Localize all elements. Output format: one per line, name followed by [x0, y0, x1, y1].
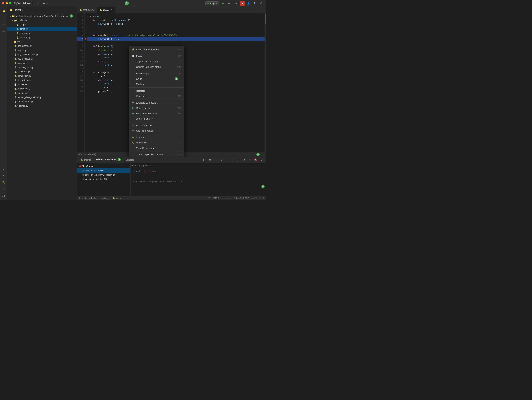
tree-test-car1-py[interactable]: 🐍 test_car1.py [7, 35, 77, 40]
tab-car[interactable]: 🐍 car.py ✕ [97, 7, 115, 13]
tree-async-bp[interactable]: 🐍 async_breakpoints.py [7, 52, 77, 57]
menu-run-to-cursor[interactable]: ▶ Run to Cursor ⌥F9 [129, 105, 184, 111]
run-icon-left[interactable]: ▶ [1, 172, 6, 178]
settings-icon[interactable]: ⚙ [259, 1, 264, 6]
minimize-button[interactable] [6, 2, 8, 5]
run-to-cursor-btn[interactable]: → [230, 157, 235, 162]
rerun-button[interactable]: ⟳ [227, 1, 232, 6]
stop-button[interactable]: ■ [240, 1, 245, 6]
async-bp-label: async_breakpoints.py [18, 53, 38, 56]
tree-classes-hints[interactable]: 🐍 classes_hints.py [7, 65, 77, 69]
menu-run-car[interactable]: ▶ Run 'car' ^⇧R [129, 135, 184, 140]
structure-icon[interactable]: ☰ [1, 22, 6, 27]
step-out-button[interactable]: ↑ [225, 157, 230, 162]
tree-root-label: MySampleProject ~/PycharmProjects/MySamp… [16, 15, 69, 17]
menu-force-run-to-cursor[interactable]: ▶ Force Run to Cursor ⌥⌘F9 [129, 111, 184, 116]
maximize-button[interactable] [9, 2, 11, 5]
editor-more-button[interactable]: ⋮ [260, 9, 266, 11]
close-icon[interactable]: ✕ [185, 180, 187, 183]
menu-evaluate-expression[interactable]: 🔍 Evaluate Expression... ⌥F8 [129, 100, 184, 105]
vcs-icon[interactable]: ⊕ [1, 15, 6, 21]
close-button[interactable] [2, 2, 5, 5]
tree-extract-class[interactable]: 🐍 extract_class_method.py [7, 95, 77, 99]
tree-classes[interactable]: 🐍 classes.py [7, 61, 77, 65]
tree-async[interactable]: 🐍 async.py [7, 48, 77, 52]
copy-icon[interactable]: ⊡ [263, 197, 264, 199]
indent-status[interactable]: 4 spaces [222, 197, 230, 199]
tree-extract-super[interactable]: 🐍 extract_super.py [7, 99, 77, 104]
menu-paste[interactable]: 📋 Paste ⌘V [129, 54, 184, 59]
variable-row[interactable]: ▶ self = {Car} <c... [133, 169, 264, 173]
menu-generate[interactable]: Generate... ⌘N [129, 93, 184, 99]
terminal-icon[interactable]: ⊡ [1, 166, 6, 172]
upload-btn[interactable]: ⬆ [247, 157, 253, 162]
menu-folding[interactable]: Folding › [129, 81, 184, 87]
view-breakpoints-btn[interactable]: ⊙ [259, 157, 264, 162]
menu-goto[interactable]: Go To 4 › [129, 76, 184, 81]
user-icon[interactable]: 👤 [246, 1, 251, 6]
tree-script-py[interactable]: 🐍 script.py [7, 27, 77, 31]
menu-show-context[interactable]: ⚡ Show Context Actions ⌥↩ [129, 47, 184, 52]
step-over-button[interactable]: ↷ [213, 157, 218, 162]
lf-status[interactable]: LF [208, 197, 210, 199]
menu-more-run-debug[interactable]: More Run/Debug › [129, 145, 184, 151]
tree-car-tests[interactable]: ▼ 📁 car&tests [7, 18, 77, 22]
threads-variables-tab[interactable]: Threads & Variables 8 [94, 157, 123, 163]
breadcrumb-method[interactable]: accelerate() [85, 153, 96, 156]
frame-drive[interactable]: ◻ drive_on_autobahn, script.py:16 [77, 173, 130, 177]
debug-tab[interactable]: 🐛 Debug [78, 157, 93, 163]
tree-doctest[interactable]: 📄 doctest.rst [7, 82, 77, 87]
tree-decorators[interactable]: 🐍 decorators.py [7, 78, 77, 82]
python-status[interactable]: Python 3.11 (MySampleProject) [234, 197, 261, 199]
editor-scrollbar[interactable] [265, 13, 266, 152]
encoding-status[interactable]: UTF-8 [213, 197, 219, 199]
step-into-button[interactable]: ↓ [219, 157, 224, 162]
menu-refactor[interactable]: Refactor › [129, 88, 184, 93]
git-icon[interactable]: ⎇ [1, 193, 6, 199]
more-button[interactable]: ⋯ [233, 1, 238, 6]
frame-accelerate[interactable]: ◻ accelerate, car.py:6 [77, 168, 130, 173]
stop-debug-button[interactable]: ■ [208, 157, 212, 162]
menu-find-usages[interactable]: Find Usages ⌥F7 [129, 71, 184, 76]
tree-test-car-py[interactable]: 🐍 test_car.py [7, 31, 77, 35]
tree-evaluate[interactable]: 🐍 evaluate.py [7, 91, 77, 95]
menu-add-inline-watch[interactable]: ➕ Add Inline Watch [129, 128, 184, 133]
project-name[interactable]: MySampleProject [14, 2, 32, 5]
run-config-selector[interactable]: ⚙ script ∨ [205, 1, 219, 5]
mute-breakpoints-btn[interactable]: 🔇 [253, 157, 258, 162]
branch-name[interactable]: main [41, 2, 45, 5]
debug-icon[interactable]: 🐛 [1, 179, 6, 185]
download-btn[interactable]: ⬇ [242, 157, 247, 162]
frame-icon: ◻ [82, 169, 84, 172]
breadcrumb-item[interactable]: Car [79, 153, 82, 156]
menu-add-to-watches[interactable]: ➕ Add to Watches [129, 123, 184, 128]
tree-car-py[interactable]: 🐍 car.py [7, 22, 77, 27]
resume-button[interactable]: ▶ [202, 157, 207, 162]
tree-fstrings[interactable]: 🐍 f-strings.py [7, 104, 77, 108]
menu-column-selection[interactable]: Column Selection Mode ⇧⌘8 [129, 64, 184, 69]
tree-abc[interactable]: 🐍 abc_classes.py [7, 44, 77, 48]
tree-item-root[interactable]: ▼ 📁 MySampleProject ~/PycharmProjects/My… [7, 14, 77, 18]
tree-async-debug[interactable]: 🐍 async_debug.py [7, 57, 77, 61]
console-tab[interactable]: Console [123, 157, 136, 163]
scroll-thumb[interactable] [265, 13, 266, 24]
search-icon[interactable]: 🔍 [253, 1, 257, 6]
tree-duplicates[interactable]: 🐍 duplicates.py [7, 87, 77, 91]
more-tools-icon[interactable]: ⋯ [1, 29, 6, 34]
folder-icon: 📁 [14, 40, 17, 43]
menu-open-in-split[interactable]: Open in Split with Chooser... ⇧⌘↩ [129, 152, 184, 156]
menu-copy-paste-special[interactable]: Copy / Paste Special › [129, 59, 184, 64]
main-thread[interactable]: MainThread ∨ [77, 164, 130, 168]
smart-step-into-btn[interactable]: ⤵ [236, 157, 241, 162]
menu-debug-car[interactable]: 🐛 Debug 'car' ^⇧D [129, 140, 184, 145]
menu-jump-to-cursor[interactable]: Jump To Cursor [129, 116, 184, 121]
tree-completion[interactable]: 🐍 completion.py [7, 74, 77, 78]
tree-venv[interactable]: ▶ 📁 venv [7, 40, 77, 44]
problems-icon[interactable]: ⚠ [1, 186, 6, 192]
frame-module[interactable]: ◻ <module>, script.py:23 [77, 177, 130, 181]
folder-icon[interactable]: 📁 [1, 8, 6, 14]
run-button[interactable]: ▶ [220, 1, 225, 6]
tab-test-car[interactable]: 🐍 test_car.py [77, 7, 97, 13]
tab-close-icon[interactable]: ✕ [110, 9, 112, 11]
tree-comments[interactable]: 🐍 comments.py [7, 69, 77, 74]
